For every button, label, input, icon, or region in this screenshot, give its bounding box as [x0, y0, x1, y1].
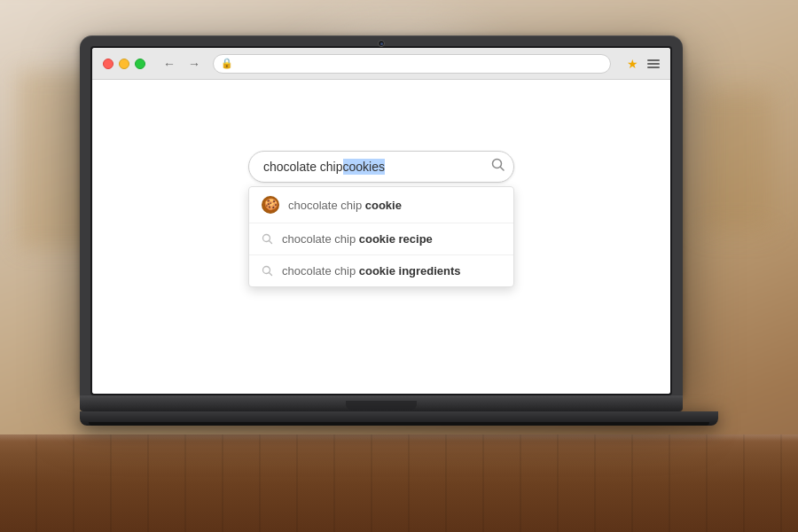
autocomplete-dropdown: 🍪 chocolate chip cookie [248, 186, 514, 287]
nav-buttons: ← → [160, 55, 204, 73]
suggestion-2-bold: cookie recipe [359, 232, 433, 246]
search-text-normal: chocolate chip [263, 160, 343, 174]
search-submit-button[interactable] [491, 158, 505, 176]
menu-line-1 [647, 59, 660, 61]
suggestion-1-text: chocolate chip cookie [288, 199, 402, 212]
suggestion-1-bold: cookie [365, 199, 402, 212]
traffic-lights [103, 59, 145, 69]
menu-icon[interactable] [647, 59, 660, 68]
menu-line-2 [647, 63, 660, 65]
trackpad-notch [346, 401, 417, 410]
search-container: chocolate chip cookies [248, 151, 514, 183]
menu-line-3 [647, 66, 660, 68]
autocomplete-item-3[interactable]: chocolate chip cookie ingredients [249, 255, 513, 286]
forward-button[interactable]: → [184, 55, 204, 73]
address-bar[interactable]: 🔒 [213, 54, 611, 74]
suggestion-3-normal: chocolate chip [282, 264, 359, 278]
laptop-screen-shell: ← → 🔒 ★ [80, 35, 683, 395]
search-text-highlighted: cookies [343, 159, 385, 175]
suggestion-3-bold: cookie ingredients [359, 264, 461, 278]
close-button[interactable] [103, 59, 113, 69]
suggestion-1-normal: chocolate chip [288, 199, 365, 212]
suggestion-2-normal: chocolate chip [282, 232, 359, 246]
bookmark-icon[interactable]: ★ [627, 57, 638, 71]
browser-content: chocolate chip cookies [92, 80, 670, 394]
screen-bezel: ← → 🔒 ★ [90, 46, 672, 395]
laptop: ← → 🔒 ★ [80, 35, 718, 426]
autocomplete-item-2[interactable]: chocolate chip cookie recipe [249, 223, 513, 255]
laptop-foot [80, 411, 718, 426]
minimize-button[interactable] [119, 59, 129, 69]
browser-toolbar: ← → 🔒 ★ [92, 48, 670, 80]
laptop-base [80, 395, 683, 411]
lock-icon: 🔒 [221, 58, 233, 69]
webcam [378, 40, 385, 47]
svg-line-5 [270, 273, 272, 276]
svg-line-1 [501, 168, 505, 171]
cookie-icon: 🍪 [262, 196, 279, 214]
suggestion-2-text: chocolate chip cookie recipe [282, 232, 433, 246]
autocomplete-item-1[interactable]: 🍪 chocolate chip cookie [249, 187, 513, 223]
suggestion-3-text: chocolate chip cookie ingredients [282, 264, 461, 278]
back-button[interactable]: ← [160, 55, 179, 73]
toolbar-right: ★ [627, 57, 660, 71]
search-icon-3 [262, 265, 273, 277]
browser-window: ← → 🔒 ★ [92, 48, 670, 394]
search-icon-2 [262, 233, 273, 245]
svg-line-3 [270, 241, 272, 244]
maximize-button[interactable] [135, 59, 145, 69]
search-box[interactable]: chocolate chip cookies [248, 151, 514, 183]
table-surface [0, 434, 798, 532]
